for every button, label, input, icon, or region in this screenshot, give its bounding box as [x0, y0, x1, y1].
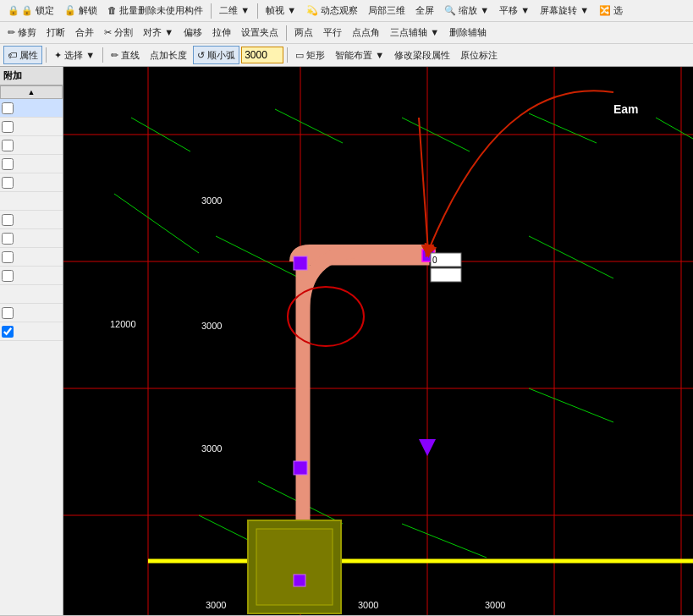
sidebar-checkbox-8[interactable] [2, 233, 14, 245]
sidebar-scroll-up[interactable]: ▲ [0, 85, 63, 99]
local-3d-button[interactable]: 局部三维 [364, 2, 410, 20]
svg-rect-29 [422, 250, 434, 261]
sidebar-checkbox-12[interactable] [2, 307, 14, 319]
sidebar-checkbox-9[interactable] [2, 251, 14, 263]
merge-button[interactable]: 合并 [71, 24, 98, 42]
sidebar-item-7[interactable] [0, 211, 63, 229]
sep5 [102, 47, 103, 63]
sep1 [211, 3, 212, 19]
lock-button[interactable]: 🔒 🔒 锁定 [3, 2, 58, 20]
rect-button[interactable]: ▭ 矩形 [291, 46, 329, 64]
svg-line-16 [131, 118, 190, 151]
sidebar-item-4[interactable] [0, 155, 63, 173]
svg-text:3000: 3000 [201, 443, 222, 454]
toolbar-row-1: 🔒 🔒 锁定 🔓 解锁 🗑 批量删除未使用构件 二维 ▼ 帧视 ▼ 💫 动态观察… [0, 0, 693, 22]
sidebar-item-13[interactable] [0, 322, 63, 341]
dynamic-observe-button[interactable]: 💫 动态观察 [302, 2, 362, 20]
sidebar-item-2[interactable] [0, 118, 63, 136]
parallel-button[interactable]: 平行 [319, 24, 346, 42]
sep4 [46, 47, 47, 63]
pan-button[interactable]: 平移 ▼ [495, 2, 534, 20]
svg-text:3000: 3000 [485, 600, 505, 610]
sidebar-item-12[interactable] [0, 304, 63, 322]
sep2 [257, 3, 258, 19]
trim-button[interactable]: ✏ 修剪 [3, 24, 41, 42]
sidebar-checkbox-7[interactable] [2, 214, 14, 226]
main-area: 附加 ▲ [0, 67, 693, 615]
2d-button[interactable]: 二维 ▼ [215, 2, 254, 20]
svg-text:3000: 3000 [201, 321, 222, 331]
svg-line-17 [275, 109, 343, 143]
align-button[interactable]: 对齐 ▼ [139, 24, 178, 42]
two-point-button[interactable]: 两点 [290, 24, 317, 42]
sidebar-checkbox-2[interactable] [2, 121, 14, 133]
canvas-svg: 12000 3000 3000 3000 3000 3000 3000 0 Ea… [63, 67, 693, 615]
svg-line-32 [419, 118, 428, 251]
select-box-button[interactable]: 🔀 选 [595, 2, 627, 20]
svg-line-12 [199, 515, 283, 558]
svg-text:3000: 3000 [206, 600, 226, 610]
sidebar-item-1[interactable] [0, 99, 63, 118]
line-button[interactable]: ✏ 直线 [107, 46, 144, 64]
sidebar-checkbox-13[interactable] [2, 326, 14, 338]
inplace-mark-button[interactable]: 原位标注 [456, 46, 502, 64]
sidebar-checkbox-10[interactable] [2, 270, 14, 282]
zoom-button[interactable]: 🔍 缩放 ▼ [440, 2, 493, 20]
point-length-button[interactable]: 点加长度 [146, 46, 191, 64]
svg-line-18 [402, 118, 470, 151]
svg-line-14 [529, 236, 613, 278]
sidebar-item-5[interactable] [0, 173, 63, 192]
svg-line-11 [258, 481, 343, 524]
svg-rect-27 [294, 461, 307, 475]
sidebar-checkbox-4[interactable] [2, 158, 14, 170]
svg-rect-21 [296, 261, 310, 525]
canvas-area[interactable]: 12000 3000 3000 3000 3000 3000 3000 0 Ea… [63, 67, 693, 615]
svg-rect-22 [300, 251, 429, 265]
sidebar-item-3[interactable] [0, 136, 63, 155]
frame-view-button[interactable]: 帧视 ▼ [261, 2, 300, 20]
svg-text:3000: 3000 [201, 195, 222, 206]
batch-delete-button[interactable]: 🗑 批量删除未使用构件 [103, 2, 207, 20]
sidebar-item-9[interactable] [0, 248, 63, 267]
delete-aux-button[interactable]: 删除辅轴 [445, 24, 491, 42]
sidebar-item-8[interactable] [0, 229, 63, 248]
svg-text:12000: 12000 [110, 319, 136, 329]
point-angle-button[interactable]: 点点角 [348, 24, 384, 42]
arc-small-button[interactable]: ↺ 顺小弧 [193, 46, 239, 64]
arc-value-input[interactable] [241, 47, 283, 63]
split-button[interactable]: ✂ 分割 [100, 24, 137, 42]
svg-rect-42 [431, 268, 461, 282]
select-mode-button[interactable]: ✦ 选择 ▼ [50, 46, 99, 64]
three-point-button[interactable]: 三点辅轴 ▼ [386, 24, 443, 42]
screen-rotate-button[interactable]: 屏幕旋转 ▼ [536, 2, 593, 20]
sidebar-items [0, 99, 63, 615]
sidebar-item-6[interactable] [0, 192, 63, 211]
break-button[interactable]: 打断 [42, 24, 69, 42]
offset-button[interactable]: 偏移 [179, 24, 206, 42]
sidebar-item-10[interactable] [0, 267, 63, 285]
svg-line-19 [529, 113, 597, 143]
svg-line-20 [656, 118, 693, 139]
toolbar-row-2: ✏ 修剪 打断 合并 ✂ 分割 对齐 ▼ 偏移 拉伸 设置夹点 两点 平行 点点… [0, 22, 693, 44]
sidebar-checkbox-1[interactable] [2, 102, 14, 114]
sidebar-checkbox-5[interactable] [2, 177, 14, 189]
set-grip-button[interactable]: 设置夹点 [237, 24, 283, 42]
svg-line-10 [216, 236, 300, 278]
svg-line-15 [529, 388, 613, 422]
sidebar-header: 附加 [0, 67, 63, 85]
svg-rect-28 [294, 575, 305, 586]
sidebar-item-11[interactable] [0, 285, 63, 304]
sidebar-checkbox-3[interactable] [2, 140, 14, 151]
toolbar-area: 🔒 🔒 锁定 🔓 解锁 🗑 批量删除未使用构件 二维 ▼ 帧视 ▼ 💫 动态观察… [0, 0, 693, 67]
svg-rect-26 [294, 256, 307, 270]
smart-layout-button[interactable]: 智能布置 ▼ [331, 46, 388, 64]
svg-line-9 [114, 194, 199, 253]
property-button[interactable]: 🏷 属性 [3, 46, 42, 64]
stretch-button[interactable]: 拉伸 [208, 24, 235, 42]
sep6 [287, 47, 288, 63]
modify-beam-button[interactable]: 修改梁段属性 [390, 46, 454, 64]
svg-text:0: 0 [432, 256, 437, 265]
fullscreen-button[interactable]: 全屏 [411, 2, 438, 20]
unlock-button[interactable]: 🔓 解锁 [60, 2, 102, 20]
svg-rect-40 [431, 253, 461, 267]
